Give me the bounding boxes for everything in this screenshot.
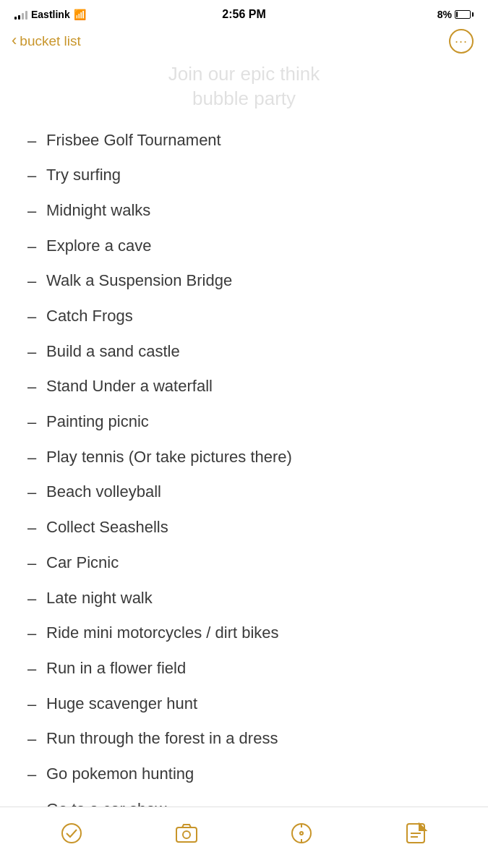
back-button[interactable]: ‹ bucket list [12,33,81,49]
status-bar: Eastlink 📶 2:56 PM 8% [0,0,488,26]
check-icon [60,822,83,845]
list-item: –Build a sand castle [17,334,471,370]
back-label: bucket list [20,33,80,49]
list-item: –Beach volleyball [17,475,471,510]
list-item: –Explore a cave [17,229,471,264]
back-chevron-icon: ‹ [12,33,17,48]
battery-percent: 8% [437,9,452,20]
bucket-list: –Frisbee Golf Tournament–Try surfing–Mid… [0,117,488,868]
list-item-text: Run through the forest in a dress [46,728,471,749]
list-dash: – [17,165,46,187]
edit-icon [405,822,428,845]
list-item: –Ride mini motorcycles / dirt bikes [17,616,471,651]
list-item: –Walk a Suspension Bridge [17,263,471,299]
compass-button[interactable] [283,815,320,851]
list-dash: – [17,694,46,715]
list-dash: – [17,271,46,292]
list-item-text: Painting picnic [46,411,471,433]
list-item-text: Play tennis (Or take pictures there) [46,446,471,468]
list-item-text: Walk a Suspension Bridge [46,270,471,292]
list-dash: – [17,764,46,786]
list-dash: – [17,517,46,539]
list-item: –Go pokemon hunting [17,757,471,792]
svg-rect-1 [176,827,197,842]
bottom-toolbar [0,807,488,868]
more-icon: ··· [455,34,468,49]
camera-button[interactable] [168,815,205,851]
list-item: –Catch Frogs [17,299,471,334]
list-dash: – [17,447,46,469]
more-button[interactable]: ··· [449,29,474,54]
list-dash: – [17,130,46,152]
list-item-text: Stand Under a waterfall [46,375,471,397]
list-item-text: Collect Seashells [46,516,471,538]
svg-point-4 [300,832,303,835]
list-dash: – [17,658,46,680]
list-item: –Collect Seashells [17,510,471,545]
list-item-text: Frisbee Golf Tournament [46,129,471,151]
battery-icon [455,10,474,19]
background-header: Join our epic think bubble party [0,62,488,117]
list-dash: – [17,588,46,610]
status-left: Eastlink 📶 [14,9,86,20]
list-item-text: Build a sand castle [46,341,471,362]
list-item: –Try surfing [17,158,471,193]
list-item-text: Late night walk [46,587,471,609]
edit-button[interactable] [398,815,435,851]
list-item-text: Huge scavenger hunt [46,693,471,715]
list-item-text: Beach volleyball [46,481,471,503]
status-time: 2:56 PM [222,8,265,21]
list-item-text: Run in a flower field [46,658,471,679]
list-dash: – [17,728,46,750]
list-item: –Stand Under a waterfall [17,369,471,404]
list-item-text: Car Picnic [46,552,471,574]
list-item: –Frisbee Golf Tournament [17,123,471,158]
list-item: –Play tennis (Or take pictures there) [17,440,471,475]
signal-icon [14,9,27,20]
list-item-text: Go pokemon hunting [46,763,471,785]
list-item: –Huge scavenger hunt [17,686,471,722]
camera-icon [175,822,198,845]
list-item-text: Ride mini motorcycles / dirt bikes [46,622,471,644]
compass-icon [290,822,313,845]
list-item: –Run through the forest in a dress [17,721,471,757]
list-item: –Car Picnic [17,545,471,581]
nav-header: ‹ bucket list ··· [0,26,488,62]
list-item-text: Try surfing [46,164,471,186]
list-dash: – [17,341,46,363]
list-item-text: Explore a cave [46,235,471,257]
list-dash: – [17,200,46,222]
wifi-icon: 📶 [74,9,86,20]
list-item-text: Catch Frogs [46,305,471,327]
svg-point-2 [183,831,190,838]
status-right: 8% [437,9,474,20]
list-item: –Late night walk [17,581,471,616]
list-dash: – [17,553,46,574]
svg-point-0 [62,824,81,843]
list-dash: – [17,376,46,398]
list-item: –Run in a flower field [17,651,471,686]
list-dash: – [17,482,46,503]
list-item: –Midnight walks [17,193,471,229]
list-dash: – [17,306,46,328]
check-button[interactable] [53,815,90,851]
list-dash: – [17,623,46,644]
list-dash: – [17,412,46,433]
list-dash: – [17,236,46,258]
carrier-label: Eastlink [31,9,70,20]
list-item-text: Midnight walks [46,200,471,221]
list-item: –Painting picnic [17,404,471,440]
